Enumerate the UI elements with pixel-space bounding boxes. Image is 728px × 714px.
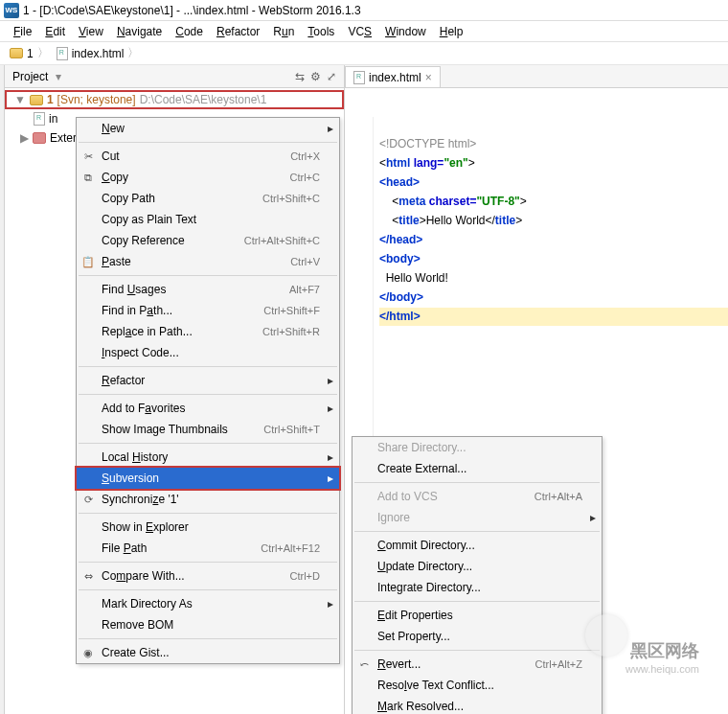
- breadcrumb-root[interactable]: 1〉: [6, 45, 53, 61]
- mi-mark-resolved[interactable]: Mark Resolved...: [353, 696, 602, 714]
- mi-ignore[interactable]: Ignore▸: [353, 507, 602, 528]
- hide-icon[interactable]: ⤢: [327, 70, 336, 83]
- mi-find-usages[interactable]: Find UsagesAlt+F7: [77, 279, 339, 300]
- mi-mark-directory[interactable]: Mark Directory As▸: [77, 593, 339, 614]
- mi-local-history[interactable]: Local History▸: [77, 447, 339, 468]
- mi-paste[interactable]: 📋PasteCtrl+V: [77, 251, 339, 272]
- mi-add-vcs[interactable]: Add to VCSCtrl+Alt+A: [353, 486, 602, 507]
- menu-run[interactable]: Run: [267, 23, 300, 40]
- breadcrumb-bar: 1〉 index.html〉: [0, 42, 728, 65]
- library-icon: [33, 132, 46, 144]
- window-title: 1 - [D:\Code\SAE\keystone\1] - ...\index…: [23, 4, 361, 17]
- mi-find-in-path[interactable]: Find in Path...Ctrl+Shift+F: [77, 300, 339, 321]
- html-file-icon: [57, 47, 68, 60]
- mi-remove-bom[interactable]: Remove BOM: [77, 614, 339, 635]
- paste-icon: 📋: [80, 254, 96, 269]
- folder-icon: [30, 95, 43, 105]
- watermark-logo: [585, 614, 627, 656]
- mi-refactor[interactable]: Refactor▸: [77, 370, 339, 391]
- menu-help[interactable]: Help: [434, 23, 469, 40]
- mi-inspect[interactable]: Inspect Code...: [77, 342, 339, 363]
- mi-thumbnails[interactable]: Show Image ThumbnailsCtrl+Shift+T: [77, 419, 339, 440]
- project-panel-header: Project▾ ⇆ ⚙ ⤢: [5, 65, 344, 88]
- mi-set-property[interactable]: Set Property...: [353, 626, 602, 647]
- mi-show-explorer[interactable]: Show in Explorer: [77, 517, 339, 538]
- compare-icon: ⇔: [80, 568, 96, 584]
- mi-cut[interactable]: ✂CutCtrl+X: [77, 146, 339, 167]
- editor-tabbar: index.html ×: [345, 65, 728, 88]
- menu-file[interactable]: File: [8, 23, 37, 40]
- mi-file-path[interactable]: File PathCtrl+Alt+F12: [77, 538, 339, 559]
- subversion-submenu: Share Directory... Create External... Ad…: [352, 436, 603, 714]
- mi-share-directory[interactable]: Share Directory...: [353, 437, 602, 458]
- mi-synchronize[interactable]: ⟳Synchronize '1': [77, 489, 339, 510]
- editor-tab[interactable]: index.html ×: [345, 66, 441, 87]
- mi-revert[interactable]: ⤺Revert...Ctrl+Alt+Z: [353, 654, 602, 675]
- mi-replace-in-path[interactable]: Replace in Path...Ctrl+Shift+R: [77, 321, 339, 342]
- mi-subversion[interactable]: Subversion▸: [77, 468, 339, 489]
- webstorm-icon: WS: [4, 3, 19, 18]
- mi-integrate-directory[interactable]: Integrate Directory...: [353, 577, 602, 598]
- mi-copy[interactable]: ⧉CopyCtrl+C: [77, 167, 339, 188]
- titlebar: WS 1 - [D:\Code\SAE\keystone\1] - ...\in…: [0, 0, 728, 21]
- mi-create-external[interactable]: Create External...: [353, 458, 602, 479]
- mi-compare[interactable]: ⇔Compare With...Ctrl+D: [77, 565, 339, 587]
- tree-root-row[interactable]: ▼ 1 [Svn; keystone] D:\Code\SAE\keystone…: [5, 90, 344, 109]
- context-menu: New▸ ✂CutCtrl+X ⧉CopyCtrl+C Copy PathCtr…: [76, 117, 340, 664]
- close-icon[interactable]: ×: [425, 71, 432, 84]
- menu-tools[interactable]: Tools: [302, 23, 340, 40]
- mi-update-directory[interactable]: Update Directory...: [353, 556, 602, 577]
- menu-navigate[interactable]: Navigate: [111, 23, 168, 40]
- mi-commit-directory[interactable]: Commit Directory...: [353, 535, 602, 556]
- mi-edit-properties[interactable]: Edit Properties: [353, 605, 602, 626]
- mi-create-gist[interactable]: ◉Create Gist...: [77, 642, 339, 663]
- tab-label: index.html: [369, 71, 421, 84]
- menu-code[interactable]: Code: [170, 23, 209, 40]
- breadcrumb-file[interactable]: index.html〉: [53, 45, 144, 61]
- cut-icon: ✂: [80, 149, 96, 164]
- panel-tools: ⇆ ⚙ ⤢: [295, 70, 336, 83]
- html-file-icon: [353, 71, 365, 84]
- copy-icon: ⧉: [80, 170, 96, 185]
- gear-icon[interactable]: ⚙: [310, 70, 321, 83]
- mi-add-favorites[interactable]: Add to Favorites▸: [77, 398, 339, 419]
- mi-resolve-conflict[interactable]: Resolve Text Conflict...: [353, 675, 602, 696]
- revert-icon: ⤺: [356, 656, 372, 672]
- watermark-text: 黑区网络: [630, 641, 699, 660]
- menu-refactor[interactable]: Refactor: [211, 23, 265, 40]
- mi-copy-path[interactable]: Copy PathCtrl+Shift+C: [77, 188, 339, 209]
- menu-window[interactable]: Window: [379, 23, 432, 40]
- watermark-url: www.heiqu.com: [626, 663, 699, 675]
- menubar: File Edit View Navigate Code Refactor Ru…: [0, 21, 728, 42]
- collapse-icon[interactable]: ⇆: [295, 70, 305, 83]
- project-panel-title[interactable]: Project: [12, 70, 48, 83]
- mi-copy-plain[interactable]: Copy as Plain Text: [77, 209, 339, 230]
- html-file-icon: [34, 112, 45, 126]
- sync-icon: ⟳: [80, 492, 96, 507]
- mi-new[interactable]: New▸: [77, 118, 339, 139]
- github-icon: ◉: [80, 645, 96, 660]
- menu-view[interactable]: View: [73, 23, 109, 40]
- folder-icon: [10, 48, 23, 58]
- mi-copy-ref[interactable]: Copy ReferenceCtrl+Alt+Shift+C: [77, 230, 339, 251]
- menu-vcs[interactable]: VCS: [342, 23, 377, 40]
- menu-edit[interactable]: Edit: [39, 23, 71, 40]
- watermark: 黑区网络 www.heiqu.com: [585, 614, 699, 676]
